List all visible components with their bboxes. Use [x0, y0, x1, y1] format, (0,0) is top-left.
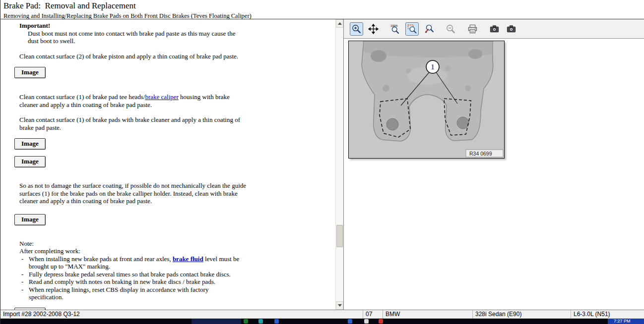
scroll-down-button[interactable] [336, 301, 343, 310]
camera-button[interactable] [488, 22, 501, 36]
paragraph-caliper-pre: Clean contact surface (1) of brake pad t… [19, 93, 145, 101]
zoom-dynamic-button[interactable] [422, 22, 436, 36]
zoom-window-icon [407, 24, 417, 34]
note1-pre: When installing new brake pads at front … [29, 255, 173, 263]
figure-viewport[interactable]: 1 R34 0699 [348, 41, 505, 159]
procedure-text-panel: Important! Dust boot must not come into … [0, 19, 335, 310]
note2-text: Fully depress brake pedal several times … [29, 270, 231, 278]
arrow-up-icon [338, 22, 342, 25]
brake-caliper-figure: 1 R34 0699 [349, 41, 504, 158]
image-button-1[interactable]: Image [14, 67, 46, 78]
figure-ref-label: R34 0699 [469, 151, 492, 157]
list-bullet: - [21, 255, 29, 270]
status-system-code: 07 [363, 310, 383, 319]
zoom-100-button[interactable]: 100% [388, 22, 402, 36]
scrollbar-thumb[interactable] [336, 225, 343, 247]
paragraph-pads: Clean contact surface (1) of brake pads … [19, 116, 248, 131]
important-text: Dust boot must not come into contact wit… [28, 30, 236, 45]
taskbar-app-icon[interactable] [379, 319, 383, 324]
zoom-out-icon [446, 24, 456, 34]
pan-button[interactable] [367, 22, 380, 36]
image-toolbar: 100% [344, 19, 644, 39]
status-bar: Import #28 2002-2008 Q3-12 07 BMW 328i S… [0, 310, 644, 319]
zoom-dynamic-icon [424, 24, 434, 34]
page-subtitle: Removing and Installing/Replacing Brake … [3, 12, 640, 20]
page-title: Brake Pad: Removal and Replacement [3, 1, 640, 11]
note3-text: Read and comply with notes on braking in… [29, 278, 215, 286]
taskbar-clock: 7:27 PM [608, 319, 644, 324]
arrow-down-icon [338, 304, 342, 307]
brake-caliper-link[interactable]: brake caliper [145, 93, 178, 101]
zoom-in-button[interactable] [350, 22, 363, 36]
image-button-2[interactable]: Image [14, 138, 46, 150]
list-bullet: - [21, 278, 29, 286]
taskbar-app-icon[interactable] [258, 319, 263, 324]
status-vehicle-model: 328i Sedan (E90) [473, 310, 571, 319]
note-list: - When installing new brake pads at fron… [21, 255, 330, 301]
camera-frame-button[interactable] [505, 22, 518, 36]
callout-label: 1 [431, 63, 435, 71]
note-heading: Note: [19, 240, 330, 248]
taskbar: 7:27 PM [0, 319, 644, 324]
camera-frame-icon [506, 24, 516, 34]
list-bullet: - [21, 286, 29, 301]
image-button-3[interactable]: Image [14, 156, 46, 167]
taskbar-app-icon[interactable] [348, 319, 352, 324]
paragraph-caliper: Clean contact surface (1) of brake pad t… [19, 93, 240, 108]
list-item: - Fully depress brake pedal several time… [21, 270, 330, 278]
print-icon [467, 24, 478, 34]
important-heading: Important! [19, 22, 330, 30]
scroll-up-button[interactable] [336, 19, 343, 28]
brake-fluid-link[interactable]: brake fluid [173, 255, 203, 263]
image-button-4[interactable]: Image [14, 214, 46, 225]
paragraph-piston: Clean contact surface (2) of brake pisto… [19, 53, 253, 60]
list-bullet: - [21, 270, 29, 278]
list-item: - Read and comply with notes on braking … [21, 278, 330, 286]
service-manual-window: Brake Pad: Removal and Replacement Remov… [0, 0, 644, 324]
print-button[interactable] [466, 22, 479, 36]
paragraph-guide-surfaces: So as not to damage the surface coating,… [19, 182, 253, 205]
status-vehicle-make: BMW [383, 310, 473, 319]
image-button-5[interactable]: Image [14, 308, 46, 310]
pan-icon [368, 24, 379, 34]
note-intro: After completing work: [19, 247, 330, 255]
taskbar-app-icon[interactable] [244, 319, 248, 324]
zoom-window-button[interactable] [405, 22, 419, 36]
list-item: - When installing new brake pads at fron… [21, 255, 330, 270]
camera-icon [489, 24, 500, 34]
document-header: Brake Pad: Removal and Replacement Remov… [0, 0, 644, 19]
zoom-in-icon [351, 24, 362, 34]
taskbar-app-icon[interactable] [274, 319, 279, 324]
note4-text: When replacing linings, reset CBS displa… [29, 286, 242, 301]
zoom-100-icon: 100% [390, 24, 400, 34]
image-viewer-panel: 100% [343, 19, 644, 310]
taskbar-window-button[interactable] [192, 319, 241, 324]
zoom-out-button[interactable] [444, 22, 457, 36]
vertical-scrollbar[interactable] [335, 19, 343, 310]
taskbar-app-icon[interactable] [364, 319, 369, 324]
list-item: - When replacing linings, reset CBS disp… [21, 286, 330, 301]
status-import-info: Import #28 2002-2008 Q3-12 [0, 310, 363, 319]
main-split: Important! Dust boot must not come into … [0, 19, 644, 310]
status-engine: L6-3.0L (N51) [571, 310, 644, 319]
